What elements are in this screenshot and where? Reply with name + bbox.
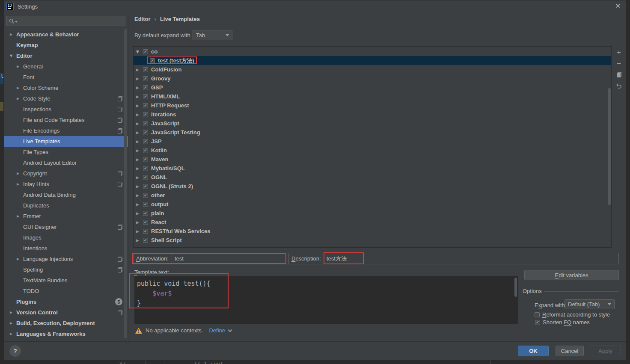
checkbox[interactable] (143, 238, 148, 243)
template-group-mybatis-sql[interactable]: ▶Mybatis/SQL (134, 164, 611, 173)
checkbox[interactable] (143, 157, 148, 162)
chevron-expanded-icon[interactable]: ▼ (136, 50, 143, 54)
chevron-collapsed-icon[interactable]: ▶ (17, 97, 23, 101)
sidebar-scrollbar[interactable] (124, 29, 127, 338)
template-group-iterations[interactable]: ▶iterations (134, 110, 611, 119)
checkbox[interactable] (143, 229, 148, 234)
template-editor[interactable]: public void test(){ $var$} (134, 276, 518, 324)
checkbox[interactable] (143, 220, 148, 225)
chevron-collapsed-icon[interactable]: ▶ (136, 121, 143, 126)
template-group-co[interactable]: ▼co (134, 47, 611, 56)
chevron-collapsed-icon[interactable]: ▶ (17, 214, 23, 218)
checkbox[interactable] (143, 166, 148, 171)
chevron-collapsed-icon[interactable]: ▶ (136, 202, 143, 207)
checkbox[interactable] (535, 320, 540, 325)
sidebar-item-inlay-hints[interactable]: ▶Inlay Hints (4, 179, 128, 189)
add-template-button[interactable]: + (613, 47, 624, 58)
template-group-react[interactable]: ▶React (134, 218, 611, 227)
sidebar-item-live-templates[interactable]: Live Templates (4, 136, 128, 147)
template-group-gsp[interactable]: ▶GSP (134, 83, 611, 92)
chevron-collapsed-icon[interactable]: ▶ (136, 220, 143, 225)
sidebar-item-appearance-behavior[interactable]: ▶Appearance & Behavior (4, 29, 128, 40)
checkbox[interactable] (143, 85, 148, 90)
chevron-collapsed-icon[interactable]: ▶ (136, 175, 143, 180)
template-group-other[interactable]: ▶other (134, 191, 611, 200)
sidebar-item-android-data-binding[interactable]: Android Data Binding (4, 189, 128, 200)
template-group-javascript-testing[interactable]: ▶JavaScript Testing (134, 128, 611, 137)
sidebar-item-spelling[interactable]: Spelling (4, 264, 128, 275)
edit-variables-button[interactable]: Edit variables (524, 270, 619, 280)
checkbox[interactable] (150, 58, 155, 63)
chevron-collapsed-icon[interactable]: ▶ (17, 182, 23, 186)
sidebar-item-build-execution-deployment[interactable]: ▶Build, Execution, Deployment (4, 318, 128, 328)
chevron-collapsed-icon[interactable]: ▶ (136, 148, 143, 153)
chevron-collapsed-icon[interactable]: ▶ (136, 68, 143, 72)
template-item-test-test[interactable]: test (test方法) (134, 56, 611, 65)
sidebar-item-emmet[interactable]: ▶Emmet (4, 211, 128, 222)
description-input[interactable]: test方法 (324, 253, 618, 264)
checkbox[interactable] (143, 202, 148, 207)
sidebar-item-languages-frameworks[interactable]: ▶Languages & Frameworks (4, 328, 128, 339)
templates-tree-scrollbar[interactable] (608, 88, 611, 205)
template-group-coldfusion[interactable]: ▶ColdFusion (134, 65, 611, 74)
template-group-javascript[interactable]: ▶JavaScript (134, 119, 611, 128)
chevron-collapsed-icon[interactable]: ▶ (136, 95, 143, 99)
abbreviation-input[interactable]: test (172, 253, 288, 264)
chevron-collapsed-icon[interactable]: ▶ (136, 104, 143, 108)
restore-defaults-button[interactable] (613, 80, 624, 92)
template-group-restful-web-services[interactable]: ▶RESTful Web Services (134, 227, 611, 236)
checkbox[interactable] (143, 193, 148, 198)
sidebar-item-language-injections[interactable]: ▶Language Injections (4, 254, 128, 264)
template-group-jsp[interactable]: ▶JSP (134, 137, 611, 146)
sidebar-item-font[interactable]: Font (4, 72, 128, 83)
expand-with-select[interactable]: Default (Tab) (565, 299, 615, 309)
template-group-plain[interactable]: ▶plain (134, 209, 611, 218)
sidebar-item-inspections[interactable]: Inspections (4, 104, 128, 115)
close-icon[interactable]: ✕ (615, 2, 621, 10)
template-editor-scrollbar[interactable] (514, 278, 517, 297)
search-options-caret-icon[interactable] (15, 21, 18, 23)
chevron-collapsed-icon[interactable]: ▶ (10, 33, 16, 36)
cancel-button[interactable]: Cancel (556, 346, 584, 356)
chevron-collapsed-icon[interactable]: ▶ (10, 321, 16, 325)
checkbox[interactable] (143, 67, 148, 72)
duplicate-template-button[interactable] (613, 69, 624, 80)
chevron-collapsed-icon[interactable]: ▶ (17, 172, 23, 175)
sidebar-item-gui-designer[interactable]: GUI Designer (4, 222, 128, 232)
checkbox[interactable] (143, 121, 148, 126)
sidebar-item-editor[interactable]: ▼Editor (4, 50, 128, 61)
checkbox[interactable] (143, 94, 148, 99)
default-expand-select[interactable]: Tab (193, 30, 232, 40)
template-group-http-request[interactable]: ▶HTTP Request (134, 101, 611, 110)
sidebar-item-version-control[interactable]: ▶Version Control (4, 307, 128, 318)
chevron-collapsed-icon[interactable]: ▶ (17, 257, 23, 261)
chevron-collapsed-icon[interactable]: ▶ (136, 86, 143, 90)
sidebar-item-color-scheme[interactable]: ▶Color Scheme (4, 83, 128, 93)
remove-template-button[interactable]: − (613, 58, 624, 69)
chevron-collapsed-icon[interactable]: ▶ (136, 112, 143, 117)
checkbox[interactable] (143, 130, 148, 135)
chevron-collapsed-icon[interactable]: ▶ (136, 193, 143, 198)
sidebar-item-copyright[interactable]: ▶Copyright (4, 168, 128, 179)
checkbox[interactable] (143, 103, 148, 108)
sidebar-item-todo[interactable]: TODO (4, 286, 128, 296)
apply-button[interactable]: Apply (590, 346, 621, 356)
sidebar-item-textmate-bundles[interactable]: TextMate Bundles (4, 275, 128, 286)
template-group-kotlin[interactable]: ▶Kotlin (134, 146, 611, 155)
sidebar-item-duplicates[interactable]: Duplicates (4, 200, 128, 211)
help-button[interactable]: ? (9, 345, 21, 357)
checkbox[interactable] (535, 312, 540, 317)
chevron-down-icon[interactable] (228, 328, 232, 332)
chevron-collapsed-icon[interactable]: ▶ (136, 130, 143, 135)
checkbox[interactable] (143, 184, 148, 189)
chevron-collapsed-icon[interactable]: ▶ (10, 311, 16, 314)
checkbox[interactable] (143, 139, 148, 144)
ok-button[interactable]: OK (518, 346, 549, 356)
define-link[interactable]: Define (209, 327, 225, 334)
chevron-collapsed-icon[interactable]: ▶ (136, 77, 143, 81)
chevron-collapsed-icon[interactable]: ▶ (136, 229, 143, 234)
sidebar-item-intentions[interactable]: Intentions (4, 243, 128, 254)
chevron-collapsed-icon[interactable]: ▶ (136, 211, 143, 216)
chevron-expanded-icon[interactable]: ▼ (10, 54, 16, 58)
sidebar-item-file-and-code-templates[interactable]: File and Code Templates (4, 115, 128, 125)
